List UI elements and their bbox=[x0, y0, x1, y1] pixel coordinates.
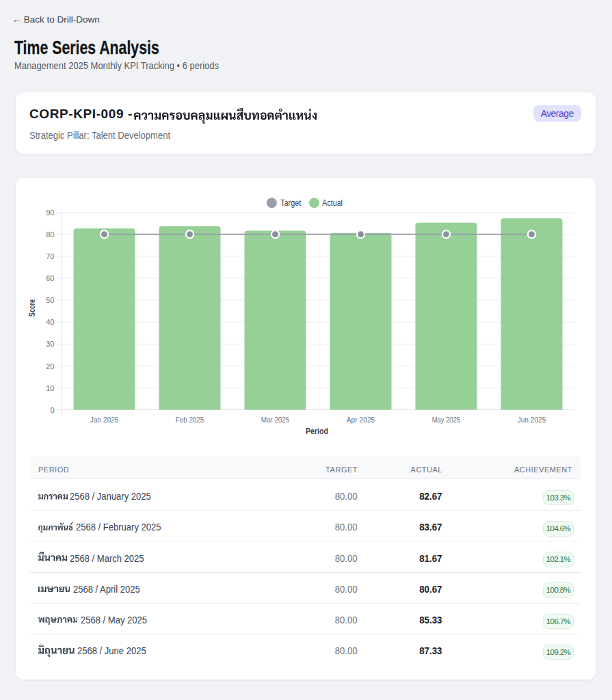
svg-text:70: 70 bbox=[46, 252, 54, 260]
svg-text:Period: Period bbox=[306, 427, 328, 436]
svg-text:60: 60 bbox=[46, 274, 54, 282]
svg-text:30: 30 bbox=[46, 340, 54, 348]
svg-text:Score: Score bbox=[27, 299, 37, 317]
svg-text:Actual: Actual bbox=[322, 198, 343, 208]
svg-text:Feb 2025: Feb 2025 bbox=[176, 416, 204, 424]
svg-text:40: 40 bbox=[46, 318, 54, 326]
svg-text:Apr 2025: Apr 2025 bbox=[347, 416, 375, 424]
svg-text:20: 20 bbox=[46, 362, 54, 371]
svg-text:May 2025: May 2025 bbox=[432, 416, 461, 424]
svg-text:10: 10 bbox=[46, 384, 54, 392]
svg-text:90: 90 bbox=[46, 208, 54, 217]
svg-text:50: 50 bbox=[46, 296, 54, 304]
svg-text:80: 80 bbox=[46, 230, 54, 239]
svg-text:Target: Target bbox=[280, 198, 301, 208]
svg-text:Jan 2025: Jan 2025 bbox=[90, 416, 119, 424]
svg-text:Mar 2025: Mar 2025 bbox=[261, 416, 290, 424]
svg-text:0: 0 bbox=[50, 406, 54, 414]
svg-text:Jun 2025: Jun 2025 bbox=[518, 416, 546, 424]
